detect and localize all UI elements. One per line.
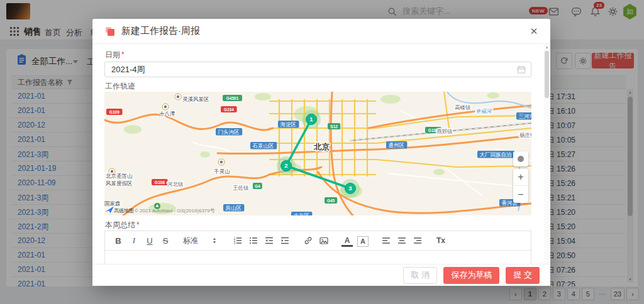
svg-text:G4501: G4501	[226, 96, 239, 100]
editor-bold-button[interactable]: B	[113, 234, 124, 247]
svg-text:3: 3	[234, 242, 236, 245]
svg-text:三河市: 三河市	[519, 113, 532, 119]
svg-text:G234: G234	[224, 107, 234, 112]
scrollbar-thumb[interactable]	[545, 51, 549, 98]
map-park	[124, 125, 142, 134]
map-locate-button[interactable]	[513, 151, 528, 166]
calendar-icon	[517, 65, 526, 74]
road-badge-G109: G109	[106, 109, 123, 115]
svg-text:石景山区: 石景山区	[253, 143, 274, 149]
rich-text-editor: BIUS标准123AATx	[104, 231, 531, 264]
road-badge-S12: S12	[328, 123, 340, 129]
screen: 搜索关键字... NEW 23 如	[0, 0, 644, 304]
svg-text:通州区: 通州区	[389, 142, 405, 148]
map-marker-1[interactable]: 1	[306, 114, 317, 125]
new-work-report-modal: 新建工作报告·周报 ✕ 日期* 2021-4周 工作轨迹 G109G234G10…	[92, 19, 550, 286]
district-label: 通州区	[386, 141, 407, 149]
map-town-label: 北京圣莲山	[106, 173, 133, 179]
svg-text:G45: G45	[327, 198, 335, 203]
editor-outdent-button[interactable]	[264, 234, 275, 247]
modal-footer: 取 消 保存为草稿 提 交	[92, 264, 550, 286]
save-draft-button[interactable]: 保存为草稿	[443, 267, 499, 284]
track-label: 工作轨迹	[105, 81, 135, 92]
map-town-label: 幸福河	[475, 108, 492, 114]
road-badge-G4: G4	[253, 183, 262, 189]
svg-text:海淀区: 海淀区	[280, 121, 297, 128]
editor-indent-button[interactable]	[279, 234, 291, 247]
svg-text:大厂回族自治: 大厂回族自治	[480, 151, 513, 158]
editor-bg-color-button[interactable]: A	[357, 236, 369, 247]
road-badge-G4501: G4501	[223, 95, 242, 101]
editor-font-size-button[interactable]: 标准	[183, 234, 204, 247]
locate-dot-icon	[518, 156, 524, 162]
report-icon	[105, 26, 115, 36]
svg-text:G4: G4	[255, 184, 260, 188]
svg-text:G109: G109	[109, 110, 119, 114]
district-label: 海淀区	[278, 121, 299, 128]
svg-text:2: 2	[284, 162, 287, 169]
editor-toolbar: BIUS标准123AATx	[105, 231, 531, 251]
map-marker-3[interactable]: 3	[345, 183, 356, 194]
amap-logo-text: 高德地图	[114, 208, 134, 214]
map-town-label: 十八潭	[159, 111, 175, 117]
editor-size-stepper-button[interactable]	[209, 234, 220, 247]
editor-italic-button[interactable]: I	[128, 234, 140, 247]
map-town-label: 高楼镇	[455, 104, 471, 111]
svg-text:大兴区: 大兴区	[294, 212, 310, 215]
editor-ordered-list-button[interactable]: 123	[232, 234, 243, 247]
editor-link-button[interactable]	[303, 234, 314, 247]
zoom-out-button[interactable]: −	[513, 186, 528, 203]
cancel-button[interactable]: 取 消	[403, 267, 437, 284]
work-track-map[interactable]: G109G234G108G4501S12G102G4G45海淀区门头沟区石景山区…	[104, 92, 531, 215]
zoom-in-button[interactable]: +	[513, 169, 528, 186]
map-marker-2[interactable]: 2	[281, 161, 292, 171]
district-label: 房山区	[223, 204, 244, 212]
modal-title: 新建工作报告·周报	[121, 25, 200, 37]
modal-header: 新建工作报告·周报 ✕	[92, 19, 550, 44]
close-icon[interactable]: ✕	[528, 25, 540, 38]
map-town-label: 燕郊镇	[436, 128, 453, 134]
date-input[interactable]: 2021-4周	[104, 62, 531, 77]
scroll-up-icon[interactable]: ▲	[544, 45, 550, 49]
svg-text:S12: S12	[330, 124, 338, 129]
required-mark: *	[121, 50, 125, 59]
editor-strikethrough-button[interactable]: S	[160, 234, 171, 247]
summary-label: 本周总结*	[105, 220, 140, 231]
district-label: 门头沟区	[216, 128, 242, 136]
district-label: 三河市	[516, 112, 531, 120]
map-park	[255, 93, 271, 100]
map-town-label: 河北镇	[167, 181, 184, 187]
map-park	[380, 95, 401, 104]
district-label: 石景山区	[250, 142, 277, 149]
editor-align-center-button[interactable]	[396, 234, 408, 247]
date-label: 日期*	[105, 50, 125, 60]
modal-scrollbar[interactable]: ▲	[544, 45, 550, 264]
map-town-label: 风景度假区	[106, 180, 133, 187]
editor-align-right-button[interactable]	[412, 234, 423, 247]
district-label: 大兴区	[291, 212, 312, 215]
submit-button[interactable]: 提 交	[506, 267, 540, 284]
editor-content[interactable]	[105, 251, 531, 264]
svg-text:3: 3	[348, 185, 352, 192]
svg-text:房山区: 房山区	[226, 205, 242, 211]
map-park	[487, 92, 499, 99]
required-mark: *	[136, 220, 140, 229]
map-zoom-control: + −	[513, 169, 528, 203]
editor-unordered-list-button[interactable]	[248, 234, 259, 247]
editor-align-left-button[interactable]	[380, 234, 392, 247]
editor-image-button[interactable]	[318, 234, 330, 247]
editor-font-color-button[interactable]: A	[341, 236, 353, 247]
editor-underline-button[interactable]: U	[144, 234, 155, 247]
date-value: 2021-4周	[111, 64, 145, 75]
svg-text:1: 1	[309, 116, 313, 122]
map-town-label: 国家森	[104, 200, 121, 207]
editor-clear-format-button[interactable]: Tx	[435, 234, 447, 247]
map-park	[200, 151, 210, 158]
map-town-label: 千灵山	[214, 168, 230, 175]
map-town-label: 杨庄镇	[519, 132, 531, 138]
road-badge-G45: G45	[325, 197, 337, 204]
map-town-label: 灵溪风景区	[182, 96, 209, 102]
map-town-label: 王佐镇	[233, 185, 249, 191]
map-city-label: 北京	[313, 142, 330, 151]
district-label: 大厂回族自治	[477, 151, 515, 158]
